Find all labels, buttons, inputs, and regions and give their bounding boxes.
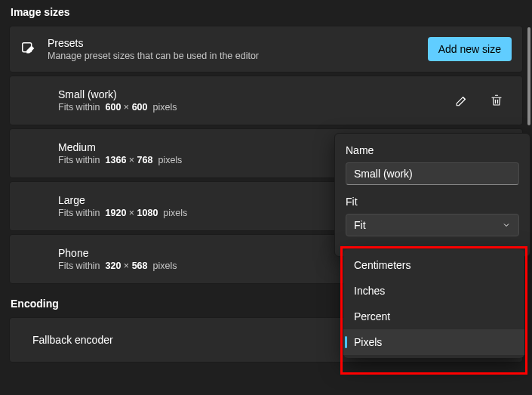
presets-icon (20, 41, 37, 57)
preset-name: Small (work) (58, 88, 451, 100)
unit-option-pixels[interactable]: Pixels (343, 329, 524, 355)
fit-field-label: Fit (346, 196, 519, 208)
chevron-down-icon (502, 221, 511, 230)
delete-button[interactable] (486, 90, 507, 111)
presets-title: Presets (48, 37, 428, 49)
unit-option-centimeters[interactable]: Centimeters (343, 252, 524, 278)
fit-select[interactable]: Fit (346, 214, 519, 236)
fit-select-value: Fit (354, 219, 366, 231)
preset-row[interactable]: Small (work) Fits within 600 × 600 pixel… (9, 76, 523, 125)
edit-button[interactable] (451, 90, 472, 111)
trash-icon (490, 94, 503, 107)
scrollbar[interactable] (527, 27, 530, 125)
section-title: Image sizes (11, 6, 523, 18)
unit-dropdown: Centimeters Inches Percent Pixels (343, 249, 524, 358)
name-input[interactable] (346, 162, 519, 185)
add-new-size-button[interactable]: Add new size (428, 37, 512, 61)
pencil-icon (455, 94, 469, 107)
unit-option-inches[interactable]: Inches (343, 278, 524, 304)
presets-subtitle: Manage preset sizes that can be used in … (48, 51, 428, 61)
presets-header-card: Presets Manage preset sizes that can be … (9, 26, 523, 73)
edit-preset-flyout: Name Fit Fit (334, 133, 530, 257)
name-field-label: Name (346, 144, 519, 156)
preset-dimensions: Fits within 600 × 600 pixels (58, 102, 451, 113)
unit-option-percent[interactable]: Percent (343, 304, 524, 329)
